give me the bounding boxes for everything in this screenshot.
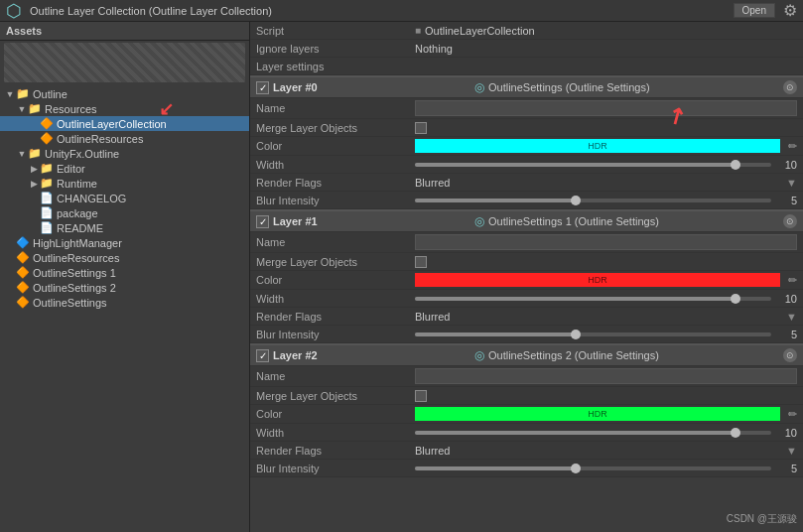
layer1-width-fill bbox=[415, 297, 736, 301]
layer0-render-flags-value: Blurred bbox=[415, 177, 782, 189]
tree-item-changelog[interactable]: 📄 CHANGELOG bbox=[0, 191, 249, 205]
asset-icon: 🔶 bbox=[40, 132, 54, 145]
layer0-merge-label: Merge Layer Objects bbox=[256, 122, 415, 134]
tree-item-highlight[interactable]: 🔷 HighLightManager bbox=[0, 235, 249, 250]
layer1-render-flags-row: Render Flags Blurred ▼ bbox=[250, 308, 803, 326]
layer0-name-input[interactable] bbox=[415, 100, 797, 116]
window-title: Outline Layer Collection (Outline Layer … bbox=[30, 5, 734, 17]
tree-item-resources[interactable]: ▼ 📁 Resources ↙ bbox=[0, 101, 249, 116]
tree-label: package bbox=[57, 207, 98, 219]
layer2-blur-slider[interactable]: 5 bbox=[415, 463, 797, 474]
layer0-blur-label: Blur Intensity bbox=[256, 195, 415, 206]
layer2-color-label: Color bbox=[256, 408, 415, 420]
tree-item-outline-resources2[interactable]: 🔶 OutlineResources bbox=[0, 250, 249, 265]
layer2-name: Layer #2 bbox=[273, 349, 318, 361]
tree-item-outline-settings[interactable]: 🔶 OutlineSettings bbox=[0, 295, 249, 310]
layer0-width-slider[interactable]: 10 bbox=[415, 159, 797, 171]
layer0-blur-row: Blur Intensity 5 bbox=[250, 192, 803, 209]
layer1-width-track bbox=[415, 297, 771, 301]
layer2-width-slider[interactable]: 10 bbox=[415, 427, 797, 439]
layer2-blur-thumb[interactable] bbox=[571, 464, 581, 473]
layer0-width-row: Width 10 bbox=[250, 156, 803, 174]
layer0-more-btn[interactable]: ⊙ bbox=[783, 80, 797, 94]
layer1-color-row: Color HDR ✏ bbox=[250, 271, 803, 290]
layer1-color-bar[interactable]: HDR bbox=[415, 273, 780, 287]
layer1-blur-thumb[interactable] bbox=[571, 330, 581, 339]
layer2-more-btn[interactable]: ⊙ bbox=[783, 348, 797, 362]
main-area: Assets ▼ 📁 Outline ▼ 📁 Resources ↙ bbox=[0, 22, 803, 532]
arrow-icon: ▶ bbox=[28, 164, 40, 174]
tree-label: HighLightManager bbox=[33, 237, 122, 249]
tree-label: OutlineSettings 2 bbox=[33, 282, 116, 294]
tree-item-unityfx[interactable]: ▼ 📁 UnityFx.Outline bbox=[0, 146, 249, 161]
layer1-blur-fill bbox=[415, 332, 576, 336]
ignore-layers-value: Nothing bbox=[415, 43, 797, 55]
layer0-checkbox[interactable]: ✓ bbox=[256, 81, 269, 94]
tree-item-outline-layer-collection[interactable]: 🔶 OutlineLayerCollection bbox=[0, 116, 249, 131]
layer2-name-input[interactable] bbox=[415, 368, 797, 384]
top-bar: ⬡ Outline Layer Collection (Outline Laye… bbox=[0, 0, 803, 22]
layer1-color-label: Color bbox=[256, 274, 415, 286]
settings-circle-icon2: ◎ bbox=[474, 348, 484, 362]
layer2-blur-fill bbox=[415, 466, 576, 470]
layer0-name-row: Name bbox=[250, 98, 803, 119]
layer0-blur-thumb[interactable] bbox=[571, 196, 581, 205]
layer1-name-input[interactable] bbox=[415, 234, 797, 250]
layer1-merge-label: Merge Layer Objects bbox=[256, 256, 415, 268]
layer1-dropdown-icon[interactable]: ▼ bbox=[786, 311, 797, 323]
layer1-checkbox[interactable]: ✓ bbox=[256, 215, 269, 228]
ignore-layers-row: Ignore layers Nothing bbox=[250, 40, 803, 58]
layer2-checkbox[interactable]: ✓ bbox=[256, 349, 269, 362]
layer1-blur-slider[interactable]: 5 bbox=[415, 329, 797, 340]
tree-item-outline-settings2[interactable]: 🔶 OutlineSettings 2 bbox=[0, 280, 249, 295]
layer2-settings-ref: ◎ OutlineSettings 2 (Outline Settings) ⊙ bbox=[474, 348, 797, 362]
layer2-blur-track bbox=[415, 466, 771, 470]
layer0-dropdown-icon[interactable]: ▼ bbox=[786, 177, 797, 189]
layer2-render-flags-value: Blurred bbox=[415, 445, 782, 457]
layer1-blur-row: Blur Intensity 5 bbox=[250, 326, 803, 343]
layer0-width-label: Width bbox=[256, 159, 415, 171]
layer1-merge-checkbox[interactable] bbox=[415, 256, 427, 268]
tree-label: README bbox=[57, 222, 103, 234]
layer0-merge-checkbox[interactable] bbox=[415, 122, 427, 134]
layer1-width-thumb[interactable] bbox=[731, 294, 740, 304]
edit-pencil-icon2: ✏ bbox=[788, 408, 797, 421]
layer2-merge-checkbox[interactable] bbox=[415, 390, 427, 402]
folder-icon: 📁 bbox=[28, 147, 42, 160]
tree-item-readme[interactable]: 📄 README bbox=[0, 220, 249, 235]
layer0-color-bar[interactable]: HDR bbox=[415, 139, 780, 153]
tree-label: Editor bbox=[57, 163, 85, 175]
layer1-blur-label: Blur Intensity bbox=[256, 329, 415, 340]
layer1-header: ✓ Layer #1 ◎ OutlineSettings 1 (Outline … bbox=[250, 209, 803, 232]
tree-item-outline-settings1[interactable]: 🔶 OutlineSettings 1 bbox=[0, 265, 249, 280]
open-button[interactable]: Open bbox=[734, 3, 775, 18]
layer0-blur-value: 5 bbox=[777, 195, 797, 206]
file-icon: 📄 bbox=[40, 221, 54, 234]
layer2-dropdown-icon[interactable]: ▼ bbox=[786, 445, 797, 457]
layer1-width-slider[interactable]: 10 bbox=[415, 293, 797, 305]
tree-item-package[interactable]: 📄 package bbox=[0, 205, 249, 220]
layer0-blur-slider[interactable]: 5 bbox=[415, 195, 797, 206]
layer2-render-flags-row: Render Flags Blurred ▼ bbox=[250, 442, 803, 460]
tree-label: Resources bbox=[45, 103, 97, 115]
layer0-width-thumb[interactable] bbox=[731, 160, 740, 170]
tree-label: OutlineResources bbox=[57, 133, 143, 145]
arrow-icon: ▼ bbox=[4, 89, 16, 99]
layer0-merge-row: Merge Layer Objects bbox=[250, 119, 803, 137]
tree-item-editor[interactable]: ▶ 📁 Editor bbox=[0, 161, 249, 176]
layer1-name-label: Name bbox=[256, 236, 415, 248]
tree-label: CHANGELOG bbox=[57, 193, 126, 204]
tree-item-runtime[interactable]: ▶ 📁 Runtime bbox=[0, 176, 249, 191]
layer0-blur-track bbox=[415, 199, 771, 202]
layer2-color-bar[interactable]: HDR bbox=[415, 407, 780, 421]
tree-item-outline[interactable]: ▼ 📁 Outline bbox=[0, 86, 249, 101]
layer2-width-thumb[interactable] bbox=[731, 428, 740, 438]
layer0-settings-ref: ◎ OutlineSettings (Outline Settings) ⊙ bbox=[474, 80, 797, 94]
tree-item-outline-resources[interactable]: 🔶 OutlineResources bbox=[0, 131, 249, 146]
layer2-render-flags-label: Render Flags bbox=[256, 445, 415, 457]
layer0-settings-text: OutlineSettings (Outline Settings) bbox=[488, 81, 650, 93]
layer0-header-left: ✓ Layer #0 bbox=[256, 81, 474, 94]
layer1-render-flags-label: Render Flags bbox=[256, 311, 415, 323]
asset-icon: 🔷 bbox=[16, 236, 30, 249]
layer1-more-btn[interactable]: ⊙ bbox=[783, 214, 797, 228]
